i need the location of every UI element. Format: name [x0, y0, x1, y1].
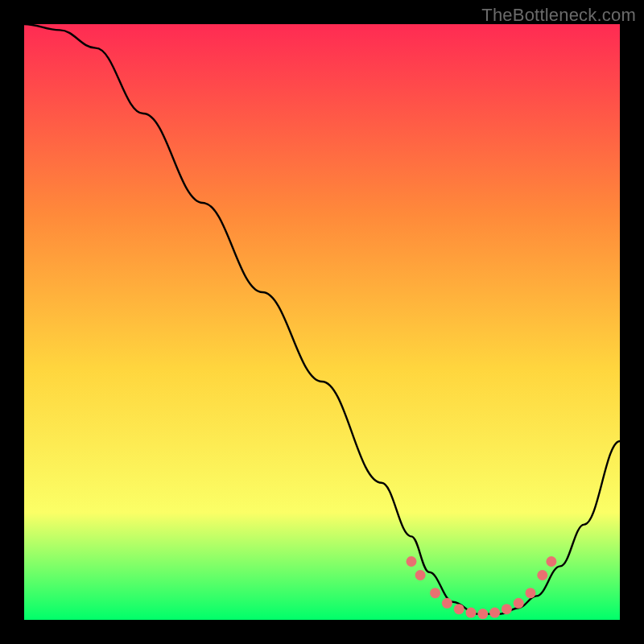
optimal-dot [415, 570, 426, 580]
optimal-dot [502, 604, 512, 614]
optimal-dot [546, 556, 556, 567]
optimal-dot [442, 598, 452, 609]
optimal-dot [514, 598, 524, 609]
watermark-text: TheBottleneck.com [481, 5, 636, 26]
optimal-dot [537, 570, 547, 580]
optimal-dot [489, 608, 500, 618]
optimal-dot [477, 609, 488, 619]
optimal-dot [454, 604, 464, 614]
optimal-dot [526, 588, 536, 598]
chart-frame [24, 24, 620, 620]
optimal-dot [407, 556, 417, 567]
optimal-dot [466, 608, 477, 618]
gradient-background [24, 24, 620, 620]
optimal-dot [430, 588, 440, 598]
bottleneck-chart [24, 24, 620, 620]
